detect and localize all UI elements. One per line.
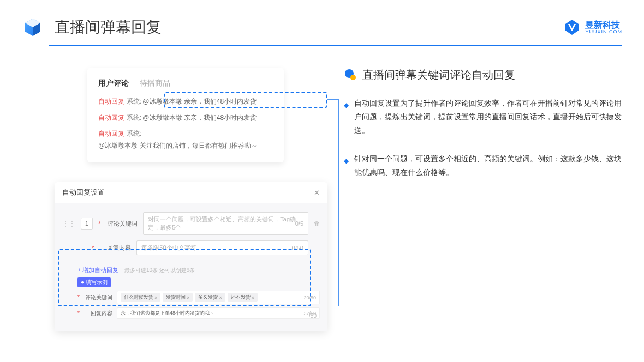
content-count: 0/50: [292, 245, 303, 251]
bullet-text: 针对同一个问题，可设置多个相近的、高频的关键词。例如：这款多少钱、这块能优惠吗、…: [354, 152, 622, 179]
comment-card: 用户评论 待播商品 自动回复 系统: @冰墩墩本墩 亲亲，我们48小时内发货 自…: [87, 68, 284, 162]
example-keyword-label: 评论关键词: [85, 294, 112, 301]
extra-count: /50: [309, 313, 317, 319]
keyword-count: 0/5: [295, 220, 303, 227]
example-keyword-input[interactable]: 什么时候发货× 发货时间× 多久发货× 还不发货× 20/50: [117, 291, 320, 304]
tab-pending-products[interactable]: 待播商品: [140, 79, 170, 88]
bullet-item: ◆ 针对同一个问题，可设置多个相近的、高频的关键词。例如：这款多少钱、这块能优惠…: [344, 152, 622, 179]
trash-icon[interactable]: 🗑: [314, 220, 320, 227]
diamond-icon: ◆: [344, 100, 349, 138]
auto-reply-tag: 自动回复: [98, 112, 124, 124]
comment-text: @冰墩墩本墩 关注我们的店铺，每日都有热门推荐呦～: [98, 140, 258, 152]
example-tag: 什么时候发货×: [121, 293, 160, 302]
example-tag: 发货时间×: [163, 293, 193, 302]
example-content-input[interactable]: 亲，我们这边都是下单48小时内发货的哦～ 37/50: [117, 307, 320, 319]
keyword-input[interactable]: 对同一个问题，可设置多个相近、高频的关键词，Tag确定，最多5个 0/5: [143, 212, 308, 235]
row-number: 1: [81, 218, 93, 230]
tab-user-comments[interactable]: 用户评论: [98, 79, 129, 88]
example-tag: 多久发货×: [195, 293, 225, 302]
left-column: 用户评论 待播商品 自动回复 系统: @冰墩墩本墩 亲亲，我们48小时内发货 自…: [55, 68, 311, 194]
example-content-text: 亲，我们这边都是下单48小时内发货的哦～: [121, 310, 214, 317]
comment-tabs: 用户评论 待播商品: [98, 79, 273, 88]
content-row: * 回复内容 每条限50个中文字符 0/50: [62, 240, 320, 255]
system-label: 系统:: [127, 96, 141, 108]
auto-reply-tag: 自动回复: [98, 96, 124, 108]
section-title: 直播间弹幕关键词评论自动回复: [362, 68, 515, 82]
comment-text: @冰墩墩本墩 亲亲，我们48小时内发货: [142, 112, 257, 124]
brand-name-en: YUUXIN.COM: [585, 29, 622, 34]
section-title-row: 直播间弹幕关键词评论自动回复: [344, 68, 622, 82]
content-placeholder: 每条限50个中文字符: [141, 244, 196, 252]
settings-title: 自动回复设置: [62, 188, 105, 197]
bullet-text: 自动回复设置为了提升作者的评论回复效率，作者可在开播前针对常见的评论用户问题，提…: [354, 96, 622, 138]
example-keyword-row: * 评论关键词 什么时候发货× 发货时间× 多久发货× 还不发货× 20/50: [77, 291, 320, 304]
page-title: 直播间弹幕回复: [55, 17, 162, 38]
brand-icon: [563, 19, 581, 36]
example-tag: 还不发货×: [228, 293, 258, 302]
settings-panel: 自动回复设置 ✕ ⋮⋮ 1 * 评论关键词 对同一个问题，可设置多个相近、高频的…: [55, 182, 327, 331]
comment-row: 自动回复 系统: @冰墩墩本墩 亲亲，我们48小时内发货: [98, 112, 273, 124]
keyword-placeholder: 对同一个问题，可设置多个相近、高频的关键词，Tag确定，最多5个: [148, 215, 303, 232]
svg-point-1: [350, 75, 356, 80]
system-label: 系统:: [127, 112, 141, 124]
close-icon[interactable]: ✕: [314, 189, 320, 197]
diamond-icon: ◆: [344, 155, 349, 179]
keyword-label: 评论关键词: [107, 220, 138, 228]
settings-body: ⋮⋮ 1 * 评论关键词 对同一个问题，可设置多个相近、高频的关键词，Tag确定…: [55, 203, 327, 331]
drag-icon[interactable]: ⋮⋮: [62, 220, 75, 227]
brand-logo: 昱新科技 YUUXIN.COM: [563, 19, 622, 36]
example-rows: * 评论关键词 什么时候发货× 发货时间× 多久发货× 还不发货× 20/50 …: [77, 291, 320, 319]
auto-reply-tag: 自动回复: [98, 128, 124, 140]
right-column: 直播间弹幕关键词评论自动回复 ◆ 自动回复设置为了提升作者的评论回复效率，作者可…: [311, 68, 622, 194]
required-mark: *: [92, 245, 94, 251]
example-badge: ● 填写示例: [77, 277, 111, 287]
comment-row: 自动回复 系统: @冰墩墩本墩 亲亲，我们48小时内发货: [98, 96, 273, 108]
add-hint: 最多可建10条 还可以创建9条: [124, 267, 195, 273]
example-content-label: 回复内容: [85, 310, 112, 317]
content-label: 回复内容: [100, 244, 131, 252]
comment-row: 自动回复 系统: @冰墩墩本墩 关注我们的店铺，每日都有热门推荐呦～: [98, 128, 273, 152]
comment-text: @冰墩墩本墩 亲亲，我们48小时内发货: [142, 96, 257, 108]
required-mark: *: [77, 294, 80, 300]
required-mark: *: [98, 220, 100, 227]
settings-header: 自动回复设置 ✕: [55, 182, 327, 203]
main-content: 用户评论 待播商品 自动回复 系统: @冰墩墩本墩 亲亲，我们48小时内发货 自…: [0, 46, 644, 194]
chat-bubble-icon: [344, 69, 357, 82]
bullet-item: ◆ 自动回复设置为了提升作者的评论回复效率，作者可在开播前针对常见的评论用户问题…: [344, 96, 622, 138]
keyword-row: ⋮⋮ 1 * 评论关键词 对同一个问题，可设置多个相近、高频的关键词，Tag确定…: [62, 212, 320, 235]
example-keyword-count: 20/50: [303, 295, 316, 300]
example-content-row: * 回复内容 亲，我们这边都是下单48小时内发货的哦～ 37/50: [77, 307, 320, 319]
page-header: 直播间弹幕回复 昱新科技 YUUXIN.COM: [0, 0, 644, 45]
required-mark: *: [77, 310, 80, 316]
content-input[interactable]: 每条限50个中文字符 0/50: [136, 240, 308, 255]
add-auto-reply-link[interactable]: + 增加自动回复: [77, 266, 118, 274]
cube-icon: [22, 16, 44, 38]
system-label: 系统:: [127, 128, 141, 140]
brand-name-cn: 昱新科技: [585, 21, 622, 29]
